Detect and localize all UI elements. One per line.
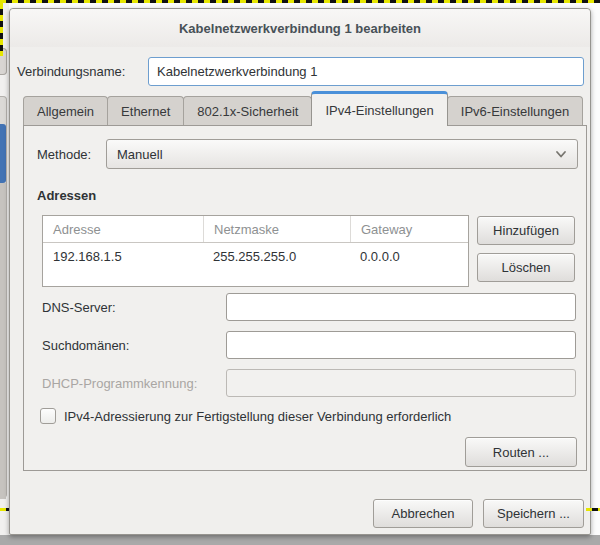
background-scrollbar-thumb[interactable] xyxy=(0,124,6,183)
edit-connection-dialog: Kabelnetzwerkverbindung 1 bearbeiten Ver… xyxy=(9,8,591,535)
tab-ipv4-einstellungen[interactable]: IPv4-Einstellungen xyxy=(311,91,447,126)
cell-netzmaske[interactable]: 255.255.255.0 xyxy=(203,249,350,264)
background-window-edge xyxy=(0,0,9,535)
tab-8021x-sicherheit[interactable]: 802.1x-Sicherheit xyxy=(183,96,312,126)
screenshot-canvas: Kabelnetzwerkverbindung 1 bearbeiten Ver… xyxy=(0,0,600,545)
dialog-action-area: Abbrechen Speichern ... xyxy=(10,499,592,528)
chevron-down-icon xyxy=(555,148,567,160)
ipv4-required-checkbox[interactable] xyxy=(40,408,56,424)
selection-marquee-left xyxy=(0,3,3,56)
connection-name-label: Verbindungsname: xyxy=(17,57,125,86)
dhcp-client-id-input xyxy=(226,369,576,397)
settings-tabs: Allgemein Ethernet 802.1x-Sicherheit IPv… xyxy=(23,91,587,126)
search-domains-input[interactable] xyxy=(226,331,576,359)
tab-ipv6-einstellungen[interactable]: IPv6-Einstellungen xyxy=(447,96,583,126)
connection-name-row: Verbindungsname: xyxy=(10,57,590,86)
column-header-adresse[interactable]: Adresse xyxy=(43,216,203,242)
method-dropdown[interactable]: Manuell xyxy=(106,139,578,169)
background-scrollbar-track[interactable] xyxy=(0,96,7,498)
column-header-gateway[interactable]: Gateway xyxy=(350,216,468,242)
table-row[interactable]: 192.168.1.5 255.255.255.0 0.0.0.0 xyxy=(43,243,468,269)
background-scrollbar-fill xyxy=(0,183,6,499)
column-header-netzmaske[interactable]: Netzmaske xyxy=(203,216,350,242)
routes-button[interactable]: Routen ... xyxy=(465,437,577,467)
addresses-table[interactable]: Adresse Netzmaske Gateway 192.168.1.5 25… xyxy=(42,215,469,287)
tab-ethernet[interactable]: Ethernet xyxy=(107,96,184,126)
background-below-dialog xyxy=(0,535,600,545)
save-button[interactable]: Speichern ... xyxy=(483,499,584,528)
cancel-button[interactable]: Abbrechen xyxy=(373,499,473,528)
tab-allgemein[interactable]: Allgemein xyxy=(23,96,108,126)
selection-marquee-top xyxy=(0,0,600,3)
method-label: Methode: xyxy=(37,139,91,169)
cell-adresse[interactable]: 192.168.1.5 xyxy=(43,249,203,264)
addresses-heading: Adressen xyxy=(37,188,96,203)
dns-server-label: DNS-Server: xyxy=(42,293,116,321)
cell-gateway[interactable]: 0.0.0.0 xyxy=(350,249,468,264)
dns-server-input[interactable] xyxy=(226,293,576,321)
ipv4-settings-panel: Methode: Manuell Adressen Adresse Netzma… xyxy=(23,125,587,471)
ipv4-required-row: IPv4-Adressierung zur Fertigstellung die… xyxy=(40,407,451,425)
dhcp-client-id-label: DHCP-Programmkennung: xyxy=(42,369,197,397)
dialog-titlebar[interactable]: Kabelnetzwerkverbindung 1 bearbeiten xyxy=(10,9,590,47)
selection-marquee-bottom-right xyxy=(586,508,600,511)
add-address-button[interactable]: Hinzufügen xyxy=(477,216,575,245)
method-selected-value: Manuell xyxy=(117,147,555,162)
dialog-title: Kabelnetzwerkverbindung 1 bearbeiten xyxy=(179,21,421,36)
search-domains-label: Suchdomänen: xyxy=(42,331,129,359)
addresses-table-header: Adresse Netzmaske Gateway xyxy=(43,216,468,243)
connection-name-input[interactable] xyxy=(148,57,584,86)
selection-marquee-bottom-left xyxy=(0,508,9,511)
delete-address-button[interactable]: Löschen xyxy=(477,253,575,282)
ipv4-required-label: IPv4-Adressierung zur Fertigstellung die… xyxy=(64,409,451,424)
